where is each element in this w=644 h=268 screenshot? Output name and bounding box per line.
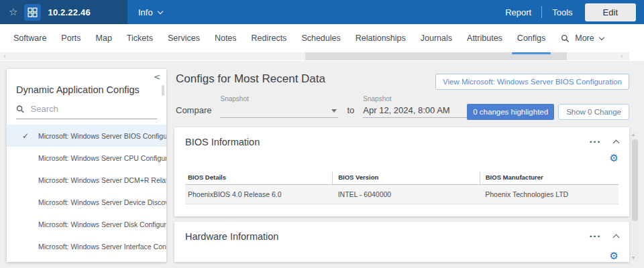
to-label: to <box>347 104 354 117</box>
hardware-information-panel: Hardware Information ··· ⚙ <box>174 222 629 262</box>
tab-software[interactable]: Software <box>6 24 54 52</box>
panel-title: Hardware Information <box>185 231 589 242</box>
sidebar-item-label: Microsoft: Windows Server BIOS Configur <box>38 132 166 140</box>
v-scrollbar-thumb[interactable] <box>632 139 638 221</box>
tab-notes[interactable]: Notes <box>207 24 244 52</box>
favorite-star-icon[interactable]: ☆ <box>9 7 17 17</box>
sidebar-item-label: Microsoft: Windows Server DCM+R Relati <box>38 176 166 184</box>
tab-redirects[interactable]: Redirects <box>244 24 294 52</box>
bios-information-panel: BIOS Information ··· ⚙ BIOS Details BIOS… <box>174 127 629 216</box>
sidebar-item-label: Microsoft: Windows Server Disk Configura <box>38 220 166 228</box>
scroll-down-icon[interactable]: ▾ <box>632 255 635 261</box>
collapse-panel-icon[interactable]: < <box>154 72 160 82</box>
device-ip: 10.2.22.46 <box>48 7 90 17</box>
tab-configs[interactable]: Configs <box>510 24 553 52</box>
sidebar-scrollbar-thumb[interactable] <box>162 85 164 96</box>
windows-logo-icon <box>24 4 41 21</box>
sidebar-item-disk-configuration[interactable]: Microsoft: Windows Server Disk Configura <box>7 213 166 235</box>
tab-map[interactable]: Map <box>89 24 119 52</box>
more-options-icon[interactable]: ··· <box>589 139 601 145</box>
sidebar-item-label: Microsoft: Windows Server Device Discove <box>38 198 166 206</box>
snapshot-from-dropdown[interactable]: Snapshot <box>220 104 338 118</box>
top-bar-actions: Info Report Tools Edit <box>127 0 644 24</box>
bios-table: BIOS Details BIOS Version BIOS Manufactu… <box>185 172 619 204</box>
edit-button[interactable]: Edit <box>585 3 636 21</box>
divider <box>541 6 542 18</box>
show-change-button[interactable]: Show 0 Change <box>558 104 629 120</box>
snapshot-to-field-label: Snapshot <box>363 95 391 103</box>
compare-label: Compare <box>176 104 211 117</box>
sidebar-item-memory-configuration[interactable]: Microsoft: Windows Server Memory Confi <box>7 257 166 262</box>
more-options-icon[interactable]: ··· <box>589 234 601 239</box>
column-header: BIOS Version <box>333 172 480 185</box>
bios-details-cell: PhoenixBIOS 4.0 Release 6.0 <box>185 185 333 204</box>
sidebar-item-bios-configuration[interactable]: ✓ Microsoft: Windows Server BIOS Configu… <box>7 125 166 147</box>
tab-journals[interactable]: Journals <box>413 24 460 52</box>
panel-title: BIOS Information <box>185 137 589 147</box>
device-header: ☆ 10.2.22.46 <box>0 0 127 24</box>
tab-attributes[interactable]: Attributes <box>460 24 510 52</box>
info-label: Info <box>138 7 153 17</box>
top-bar: ☆ 10.2.22.46 Info Report Tools Edit <box>0 0 644 24</box>
collapse-up-icon[interactable] <box>613 140 620 147</box>
sidebar-item-device-discovery[interactable]: Microsoft: Windows Server Device Discove <box>7 191 166 213</box>
changes-controls: 0 changes highlighted Show 0 Change <box>467 104 629 120</box>
check-icon: ✓ <box>22 131 29 141</box>
tools-button[interactable]: Tools <box>552 7 572 17</box>
sidebar-item-label: Microsoft: Windows Server Interface Conf <box>38 243 166 251</box>
table-header-row: BIOS Details BIOS Version BIOS Manufactu… <box>185 172 619 185</box>
snapshot-to-value: Apr 12, 2024, 8:00 AM <box>363 105 449 115</box>
snapshot-from-field-label: Snapshot <box>220 95 248 103</box>
more-dropdown[interactable]: More <box>554 34 610 43</box>
sidebar-item-dcm-r-relationships[interactable]: Microsoft: Windows Server DCM+R Relati <box>7 169 166 191</box>
search-icon <box>561 34 570 43</box>
search-input[interactable] <box>31 104 157 114</box>
chevron-down-icon <box>157 8 162 13</box>
table-row: PhoenixBIOS 4.0 Release 6.0 INTEL - 6040… <box>185 185 619 204</box>
bios-manufacturer-cell: Phoenix Technologies LTD <box>480 185 619 204</box>
collapse-up-icon[interactable] <box>613 234 620 241</box>
scroll-left-icon[interactable]: ‹ <box>3 52 6 60</box>
sidebar-item-label: Microsoft: Windows Server CPU Configura <box>38 154 166 162</box>
chevron-down-icon <box>598 34 604 40</box>
page-title: Configs for Most Recent Data <box>176 72 325 86</box>
tab-relationships[interactable]: Relationships <box>348 24 413 52</box>
settings-gear-icon[interactable]: ⚙ <box>610 251 619 261</box>
scroll-right-icon[interactable]: › <box>621 52 623 60</box>
bios-version-cell: INTEL - 6040000 <box>333 185 480 204</box>
search-icon <box>16 105 25 114</box>
tab-schedules[interactable]: Schedules <box>294 24 347 52</box>
dynamic-app-configs-panel: < Dynamic Application Configs ✓ Microsof… <box>7 69 166 262</box>
report-button[interactable]: Report <box>505 7 531 17</box>
device-tabs: Software Ports Map Tickets Services Note… <box>0 24 644 52</box>
configs-main: Configs for Most Recent Data View Micros… <box>174 61 629 268</box>
content-area: < Dynamic Application Configs ✓ Microsof… <box>0 61 644 268</box>
panel-header: Hardware Information ··· <box>174 222 629 246</box>
column-header: BIOS Manufacturer <box>480 172 619 185</box>
compare-controls: Compare Snapshot to Snapshot Apr 12, 202… <box>176 104 481 118</box>
tab-ports[interactable]: Ports <box>54 24 88 52</box>
more-label: More <box>575 34 594 43</box>
changes-highlighted-badge: 0 changes highlighted <box>467 104 554 120</box>
config-list: ✓ Microsoft: Windows Server BIOS Configu… <box>7 125 166 262</box>
panel-header: BIOS Information ··· <box>174 127 629 151</box>
sidebar-item-interface-configuration[interactable]: Microsoft: Windows Server Interface Conf <box>7 235 166 257</box>
column-header: BIOS Details <box>185 172 333 185</box>
snapshot-to-dropdown[interactable]: Snapshot Apr 12, 2024, 8:00 AM <box>363 104 481 118</box>
dropdown-caret-icon <box>331 109 337 113</box>
main-scrollbar: ▴ ▾ <box>631 131 639 262</box>
sidebar-search <box>16 104 157 119</box>
tab-tickets[interactable]: Tickets <box>119 24 160 52</box>
settings-gear-icon[interactable]: ⚙ <box>610 153 619 163</box>
view-configuration-button[interactable]: View Microsoft: Windows Server BIOS Conf… <box>435 74 629 90</box>
scroll-up-icon[interactable]: ▴ <box>632 131 635 138</box>
sidebar-title: Dynamic Application Configs <box>16 84 166 95</box>
tab-services[interactable]: Services <box>160 24 207 52</box>
info-dropdown[interactable]: Info <box>138 7 162 17</box>
sidebar-item-cpu-configuration[interactable]: Microsoft: Windows Server CPU Configura <box>7 147 166 169</box>
